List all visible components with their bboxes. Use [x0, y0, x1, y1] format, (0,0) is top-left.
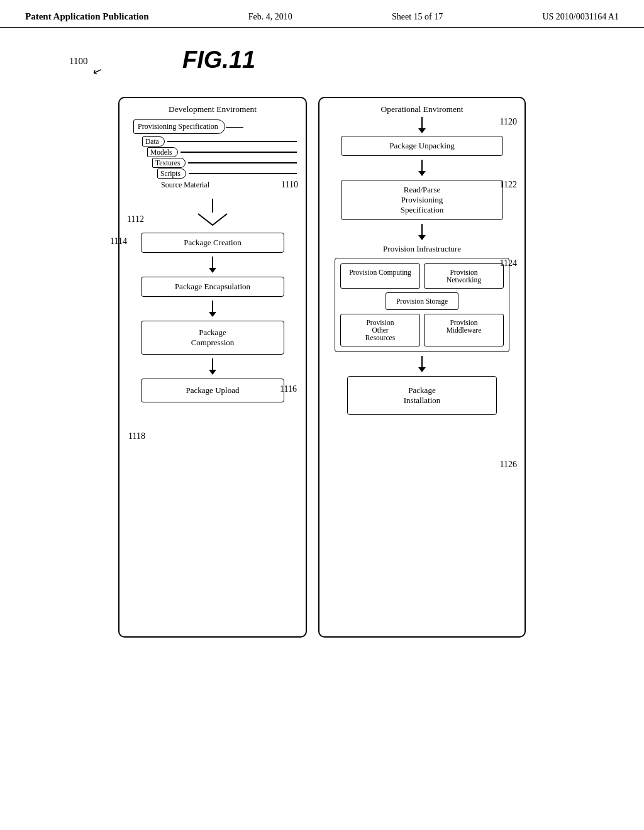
chevron-arrow — [128, 199, 297, 226]
figure-title: FIG.11 — [182, 47, 255, 74]
provision-middleware-box: ProvisionMiddleware — [424, 314, 504, 346]
arrow-2 — [128, 301, 297, 317]
source-material-label: Source Material — [161, 180, 297, 190]
ref-1126: 1126 — [500, 460, 517, 470]
spec-item-models: Models — [147, 147, 178, 157]
prov-spec-label: Provisioning Specification — [138, 122, 218, 131]
arrow-r2 — [328, 160, 516, 176]
right-panel-title: Operational Enviroment — [328, 104, 516, 114]
ref-1110: 1110 — [281, 180, 298, 190]
ref-1120: 1120 — [500, 117, 517, 127]
provision-infrastructure-label: Provision Infrastructure — [328, 244, 516, 254]
page-header: Patent Application Publication Feb. 4, 2… — [0, 0, 644, 28]
figure-ref-number: 1100 — [69, 56, 87, 67]
spec-item-data: Data — [142, 136, 165, 147]
arrow-3 — [128, 358, 297, 375]
ref-1122: 1122 — [500, 180, 517, 190]
package-installation-box: PackageInstallation — [347, 376, 497, 415]
ref-1118: 1118 — [128, 431, 145, 441]
arrow-1 — [128, 257, 297, 273]
arrow-r1 — [328, 117, 516, 133]
ref-1112: 1112 — [127, 214, 144, 224]
prov-spec-outer: Provisioning Specification — [133, 119, 225, 134]
provision-storage-box: Provision Storage — [386, 292, 458, 310]
patent-number: US 2010/0031164 A1 — [542, 12, 619, 22]
provision-computing-box: Provision Computing — [340, 263, 420, 289]
arrow-r4 — [328, 356, 516, 372]
read-parse-box: Read/ParseProvisioningSpecification — [341, 180, 503, 220]
spec-item-textures: Textures — [152, 158, 186, 168]
provisioning-spec-area: Provisioning Specification Data Models — [133, 119, 297, 190]
package-upload-box: Package Upload — [141, 379, 284, 402]
provision-networking-box: ProvisionNetworking — [424, 263, 504, 289]
chevron-icon — [197, 213, 228, 226]
provision-other-box: ProvisionOtherResources — [340, 314, 420, 346]
publication-date: Feb. 4, 2010 — [248, 12, 292, 22]
infrastructure-container: Provision Computing ProvisionNetworking … — [335, 258, 509, 352]
main-content: 1100 ↙ FIG.11 Development Enviroment Pro… — [0, 28, 644, 656]
package-creation-box: Package Creation 1114 — [141, 233, 284, 253]
spec-item-scripts: Scripts — [157, 169, 186, 179]
right-panel: Operational Enviroment 1120 Package Unpa… — [318, 97, 526, 638]
diagram-container: Development Enviroment Provisioning Spec… — [38, 97, 606, 638]
publication-title: Patent Application Publication — [25, 11, 149, 22]
package-compression-box: PackageCompression — [141, 321, 284, 355]
left-panel: Development Enviroment Provisioning Spec… — [118, 97, 307, 638]
sheet-number: Sheet 15 of 17 — [392, 12, 443, 22]
ref-1124: 1124 — [500, 258, 517, 268]
left-panel-title: Development Enviroment — [128, 104, 297, 114]
package-encapsulation-box: Package Encapsulation — [141, 277, 284, 297]
arrow-r3 — [328, 224, 516, 240]
ref-1116: 1116 — [280, 384, 297, 394]
ref-1114: 1114 — [110, 236, 127, 246]
figure-arrow-icon: ↙ — [91, 63, 105, 79]
package-unpacking-box: Package Unpacking — [341, 136, 503, 156]
